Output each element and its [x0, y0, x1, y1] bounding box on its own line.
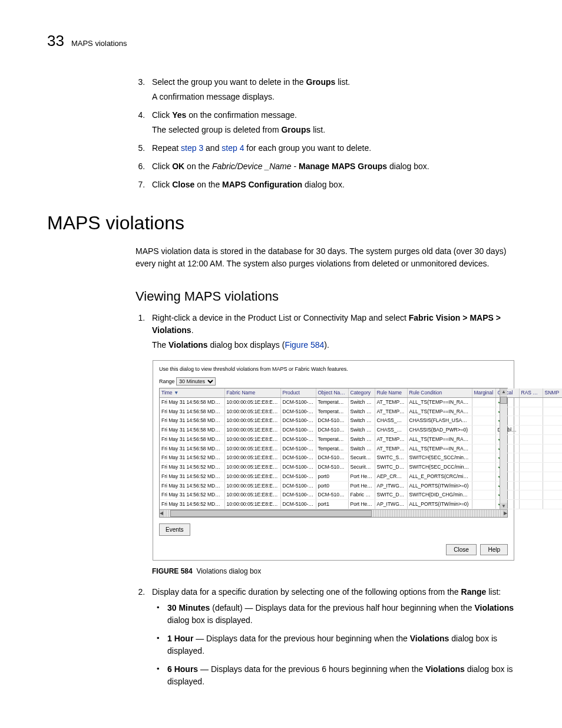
step-item: Click Yes on the confirmation message.Th…	[147, 109, 515, 136]
vertical-scrollbar[interactable]: ▲ ▼	[500, 388, 507, 510]
column-header[interactable]: Category	[348, 388, 375, 397]
cross-reference-link[interactable]: step 3	[181, 143, 203, 153]
sort-desc-icon: ▼	[173, 390, 179, 396]
violations-dialog: Use this dialog to view threshold violat…	[153, 360, 514, 561]
figure-caption: FIGURE 584 Violations dialog box	[152, 566, 515, 577]
close-button[interactable]: Close	[446, 544, 477, 555]
step-item: Select the group you want to delete in t…	[147, 76, 515, 103]
range-option-bullet: 6 Hours — Displays data for the previous…	[167, 663, 515, 688]
section-title: MAPS violations	[47, 209, 515, 237]
vscroll-thumb[interactable]	[500, 397, 507, 404]
column-header[interactable]: Marginal	[472, 388, 495, 397]
section-intro: MAPS violation data is stored in the dat…	[135, 245, 515, 270]
hscroll-thumb[interactable]	[170, 510, 372, 517]
subsection-title: Viewing MAPS violations	[135, 286, 515, 306]
column-header[interactable]: Product	[280, 388, 316, 397]
step-b-1: Right-click a device in the Product List…	[147, 312, 515, 577]
cross-reference-link[interactable]: step 4	[222, 143, 244, 153]
column-header[interactable]: Time ▼	[160, 388, 224, 397]
column-header[interactable]: RAS Log	[519, 388, 543, 397]
dialog-hint: Use this dialog to view threshold violat…	[159, 365, 508, 374]
column-header[interactable]: Critical	[495, 388, 519, 397]
column-header[interactable]: Fabric Name	[224, 388, 280, 397]
violations-table-wrap: Time ▼Fabric NameProductObject NameCateg…	[159, 388, 508, 518]
step-item: Repeat step 3 and step 4 for each group …	[147, 142, 515, 154]
column-header[interactable]: Object Name	[316, 388, 348, 397]
step-item: Click OK on the Fabric/Device _Name - Ma…	[147, 160, 515, 173]
horizontal-scrollbar[interactable]: ◀ ▶	[160, 509, 507, 517]
page-number: 33	[47, 29, 64, 52]
cross-reference-link[interactable]: Figure 584	[285, 340, 324, 350]
range-label: Range	[159, 378, 175, 384]
scroll-up-icon[interactable]: ▲	[500, 388, 507, 396]
step-item: Click Close on the MAPS Configuration di…	[147, 179, 515, 191]
help-button[interactable]: Help	[480, 544, 508, 555]
column-header[interactable]: SNMP	[543, 388, 562, 397]
steps-block-a: Select the group you want to delete in t…	[135, 76, 515, 191]
page-header: 33 MAPS violations	[47, 29, 515, 52]
events-button[interactable]: Events	[159, 523, 190, 536]
column-header[interactable]: Rule Name	[375, 388, 407, 397]
range-option-bullet: 30 Minutes (default) — Displays data for…	[167, 602, 515, 627]
column-header[interactable]: Rule Condition	[407, 388, 472, 397]
scroll-right-icon[interactable]: ▶	[504, 510, 507, 517]
range-select[interactable]: 30 Minutes	[176, 377, 216, 386]
range-option-bullet: 1 Hour — Displays data for the previous …	[167, 633, 515, 657]
step-b-2: Display data for a specific duration by …	[147, 586, 515, 688]
header-title: MAPS violations	[71, 38, 127, 50]
violations-dialog-figure: Use this dialog to view threshold violat…	[152, 360, 515, 561]
